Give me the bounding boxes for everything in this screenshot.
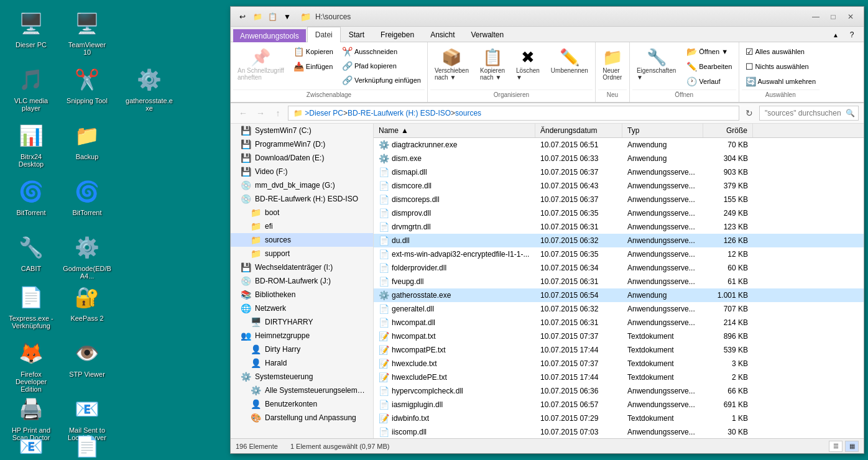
table-row[interactable]: 📄 iasmigplugin.dll 10.07.2015 06:57 Anwe… [374, 398, 864, 412]
sidebar-item-11[interactable]: 💿BD-ROM-Laufwerk (J:) [231, 274, 373, 288]
table-row[interactable]: 📄 iiscomp.dll 10.07.2015 07:03 Anwendung… [374, 425, 864, 438]
desktop-icon-teamviewer[interactable]: 🖥️TeamViewer 10 [62, 6, 112, 58]
tab-freigeben[interactable]: Freigeben [372, 27, 422, 42]
table-row[interactable]: ⚙️ dism.exe 10.07.2015 06:33 Anwendung 3… [374, 152, 864, 165]
btn-loeschen[interactable]: ✖ Löschen▼ [512, 45, 544, 84]
sidebar-item-21[interactable]: 🎨Darstellung und Anpassung [231, 411, 373, 425]
btn-nichts-auswaehlen[interactable]: ☐ Nichts auswählen [742, 60, 820, 73]
btn-auswahl-umkehren[interactable]: 🔄 Auswahl umkehren [742, 75, 820, 88]
desktop-icon-firefox[interactable]: 🦊Firefox Developer Edition [6, 336, 56, 395]
btn-bearbeiten[interactable]: ✏️ Bearbeiten [683, 60, 736, 73]
quick-btn-back[interactable]: ↩ [236, 10, 249, 24]
quick-btn-props[interactable]: 📋 [265, 10, 279, 24]
tab-start[interactable]: Start [341, 27, 372, 42]
desktop-icon-testmail[interactable]: 📧TestMailServerTool [6, 429, 56, 460]
sidebar-item-13[interactable]: 🌐Netzwerk [231, 301, 373, 315]
sidebar-item-18[interactable]: ⚙️Systemsteuerung [231, 370, 373, 384]
desktop-icon-godmode[interactable]: ⚙️Godmode(ED/BA4... [62, 230, 112, 282]
sidebar-item-10[interactable]: 💾Wechseldatenträger (I:) [231, 260, 373, 274]
sidebar-item-2[interactable]: 💾Download/Daten (E:) [231, 151, 373, 165]
desktop-icon-cabit[interactable]: 🔧CABIT [6, 230, 56, 275]
quick-btn-folder[interactable]: 📁 [251, 10, 264, 24]
desktop-icon-texpress[interactable]: 📄Texpress.exe - Verknüpfung [6, 280, 56, 332]
table-row[interactable]: 📄 ext-ms-win-advapi32-encryptedfile-I1-1… [374, 247, 864, 261]
desktop-icon-keepass[interactable]: 🔐KeePass 2 [62, 280, 112, 324]
table-row[interactable]: 📄 dismcoreps.dll 10.07.2015 06:37 Anwend… [374, 193, 864, 206]
breadcrumb-dieser-pc[interactable]: Dieser PC [309, 109, 343, 117]
table-row[interactable]: 📄 du.dll 10.07.2015 06:32 Anwendungsserv… [374, 234, 864, 247]
sidebar-item-7[interactable]: 📁efi [231, 219, 373, 233]
table-row[interactable]: 📄 dismcore.dll 10.07.2015 06:43 Anwendun… [374, 179, 864, 193]
sidebar-item-15[interactable]: 👥Heimnetzgruppe [231, 329, 373, 343]
close-button[interactable]: ✕ [843, 11, 859, 23]
ribbon-collapse-btn[interactable]: ▲ [829, 28, 843, 42]
table-row[interactable]: 📄 fveupg.dll 10.07.2015 06:31 Anwendungs… [374, 275, 864, 288]
desktop-icon-bitrx24[interactable]: 📊Bitrx24 Desktop [6, 118, 56, 170]
desktop-icon-gatherosstate[interactable]: ⚙️gatherosstate.exe [124, 62, 174, 114]
btn-neuer-ordner[interactable]: 📁 NeuerOrdner [598, 45, 627, 84]
desktop-icon-backup[interactable]: 📁Backup [62, 118, 112, 163]
sidebar-item-9[interactable]: 📁support [231, 247, 373, 260]
table-row[interactable]: 📄 drvmgrtn.dll 10.07.2015 06:31 Anwendun… [374, 220, 864, 234]
sidebar-item-16[interactable]: 👤Dirty Harry [231, 343, 373, 356]
table-row[interactable]: ⚙️ gatherosstate.exe 10.07.2015 06:54 An… [374, 288, 864, 302]
desktop-icon-bittorrent1[interactable]: 🌀BitTorrent [6, 174, 56, 219]
refresh-button[interactable]: ↻ [742, 106, 757, 121]
tab-datei[interactable]: Datei [307, 27, 341, 42]
up-button[interactable]: ↑ [270, 106, 285, 121]
btn-verlauf[interactable]: 🕐 Verlauf [683, 75, 736, 88]
back-button[interactable]: ← [236, 106, 251, 121]
forward-button[interactable]: → [253, 106, 268, 121]
table-row[interactable]: ⚙️ diagtrackrunner.exe 10.07.2015 06:51 … [374, 138, 864, 152]
table-row[interactable]: 📄 generaltel.dll 10.07.2015 06:32 Anwend… [374, 302, 864, 316]
breadcrumb-sources[interactable]: sources [455, 109, 481, 117]
sidebar-item-20[interactable]: 👤Benutzerkonten [231, 397, 373, 411]
desktop-icon-stp[interactable]: 👁️STP Viewer [62, 336, 112, 380]
table-row[interactable]: 📝 hwcompatPE.txt 10.07.2015 17:44 Textdo… [374, 343, 864, 357]
table-row[interactable]: 📝 hwexcludePE.txt 10.07.2015 17:44 Textd… [374, 370, 864, 384]
tab-verwalten[interactable]: Verwalten [463, 27, 512, 42]
table-row[interactable]: 📝 idwbinfo.txt 10.07.2015 07:29 Textdoku… [374, 412, 864, 425]
col-header-size[interactable]: Größe [703, 124, 753, 137]
col-header-type[interactable]: Typ [622, 124, 703, 137]
search-input[interactable] [759, 106, 859, 121]
tab-anwendungstools[interactable]: Anwendungstools [233, 29, 306, 42]
btn-oeffnen[interactable]: 📂 Öffnen ▼ [683, 45, 736, 58]
desktop-icon-bittorrent2[interactable]: 🌀BitTorrent [62, 174, 112, 219]
minimize-button[interactable]: — [808, 11, 824, 23]
table-row[interactable]: 📄 hypervcomplcheck.dll 10.07.2015 06:36 … [374, 384, 864, 398]
tab-ansicht[interactable]: Ansicht [422, 27, 463, 42]
maximize-button[interactable]: □ [825, 11, 841, 23]
sidebar-item-12[interactable]: 📚Bibliotheken [231, 288, 373, 301]
btn-kopieren-nach[interactable]: 📋 Kopierennach ▼ [476, 45, 509, 84]
breadcrumb-bd-re[interactable]: BD-RE-Laufwerk (H:) ESD-ISO [348, 109, 451, 117]
sidebar-item-14[interactable]: 🖥️DIRTYHARRY [231, 315, 373, 329]
col-header-date[interactable]: Änderungsdatum [535, 124, 622, 137]
table-row[interactable]: 📄 dismapi.dll 10.07.2015 06:37 Anwendung… [374, 165, 864, 179]
sidebar-item-6[interactable]: 📁boot [231, 206, 373, 219]
table-row[interactable]: 📄 folderprovider.dll 10.07.2015 06:34 An… [374, 261, 864, 275]
desktop-icon-testmail2[interactable]: 📄Test Mail Server Tool User's Manual [62, 429, 112, 460]
desktop-icon-dieser-pc[interactable]: 🖥️Dieser PC [6, 6, 56, 51]
btn-pfad-kopieren[interactable]: 🔗 Pfad kopieren [338, 59, 425, 73]
sidebar-item-19[interactable]: ⚙️Alle Systemsteuerungselemente [231, 384, 373, 397]
btn-verschieben[interactable]: 📦 Verschiebennach ▼ [430, 45, 473, 84]
help-btn[interactable]: ? [845, 28, 859, 42]
desktop-icon-snipping[interactable]: ✂️Snipping Tool [62, 62, 112, 107]
view-details-btn[interactable]: ☰ [829, 441, 843, 452]
btn-ausschneiden[interactable]: ✂️ Ausschneiden [338, 45, 425, 58]
btn-verknuepfung[interactable]: 🔗 Verknüpfung einfügen [338, 73, 425, 87]
address-path[interactable]: 📁 > Dieser PC > BD-RE-Laufwerk (H:) ESD-… [288, 106, 739, 121]
btn-kopieren[interactable]: 📋 Kopieren [290, 45, 337, 58]
desktop-icon-vlc[interactable]: 🎵VLC media player [6, 62, 56, 114]
btn-alles-auswaehlen[interactable]: ☑ Alles auswählen [742, 45, 820, 58]
sidebar-item-3[interactable]: 💾Video (F:) [231, 165, 373, 178]
sidebar-item-17[interactable]: 👤Harald [231, 356, 373, 370]
view-list-btn[interactable]: ▦ [845, 441, 859, 452]
col-header-name[interactable]: Name ▲ [374, 124, 535, 137]
table-row[interactable]: 📄 dismprov.dll 10.07.2015 06:35 Anwendun… [374, 206, 864, 220]
btn-einfuegen[interactable]: 📥 Einfügen [290, 60, 337, 73]
sidebar-item-1[interactable]: 💾ProgrammeWin7 (D:) [231, 137, 373, 151]
sidebar-item-0[interactable]: 💾SystemWin7 (C:) [231, 124, 373, 137]
btn-umbenennen[interactable]: ✏️ Umbenennen [547, 45, 593, 77]
